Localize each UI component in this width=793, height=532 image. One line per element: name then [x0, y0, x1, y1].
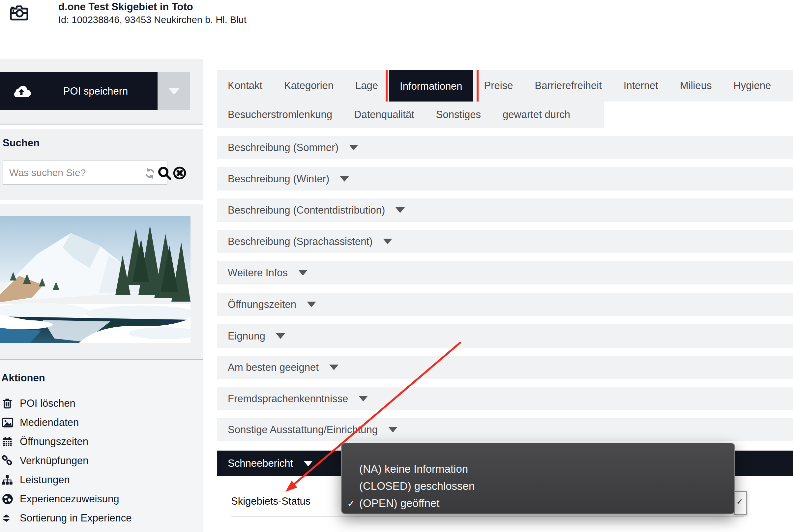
chevron-down-icon [383, 239, 392, 244]
action-label: Verknüpfungen [20, 455, 89, 467]
accordion-am-besten-geeignet[interactable]: Am besten geeignet [217, 356, 793, 379]
option-open-geoeffnet[interactable]: ✓ (OPEN) geöffnet [342, 495, 734, 512]
chevron-down-icon [307, 302, 316, 307]
image-icon [1, 416, 16, 429]
search-submit-icon[interactable] [157, 166, 172, 182]
tab-milieus[interactable]: Milieus [669, 70, 722, 101]
save-poi-label: POI speichern [53, 86, 138, 97]
accordion-label: Beschreibung (Winter) [228, 173, 329, 185]
accordion-beschreibung-winter[interactable]: Beschreibung (Winter) [217, 167, 793, 191]
sitemap-icon [1, 474, 16, 486]
poi-photo [0, 216, 191, 343]
skigebiets-status-select[interactable]: ✓ [734, 491, 747, 515]
chevron-down-icon [340, 176, 349, 182]
tab-gewartet-durch[interactable]: gewartet durch [492, 101, 581, 128]
accordion-eignung[interactable]: Eignung [217, 324, 793, 348]
action-verknuepfungen[interactable]: Verknüpfungen [1, 451, 132, 470]
search-input[interactable] [3, 160, 168, 185]
option-na-keine-information[interactable]: (NA) keine Information [342, 460, 734, 478]
tab-informationen[interactable]: Informationen [389, 70, 473, 101]
tab-informationen-label: Informationen [400, 80, 462, 92]
save-options-dropdown-button[interactable] [157, 72, 190, 110]
option-label: (OPEN) geöffnet [359, 497, 439, 510]
chevron-down-icon [388, 427, 398, 433]
skigebiets-status-dropdown-menu: (NA) keine Information (CLOSED) geschlos… [341, 443, 735, 514]
link-icon [1, 455, 16, 467]
accordion-beschreibung-sprachassistent[interactable]: Beschreibung (Sprachassistent) [217, 230, 793, 253]
actions-list: POI löschen Mediendaten [1, 394, 132, 528]
actions-section: Aktionen POI löschen Mediendaten [0, 360, 204, 532]
option-label: (CLOSED) geschlossen [359, 480, 475, 492]
tab-sonstiges[interactable]: Sonstiges [425, 101, 492, 128]
tab-kategorien[interactable]: Kategorien [273, 70, 344, 101]
camera-icon [8, 3, 30, 21]
action-label: Experiencezuweisung [20, 493, 119, 505]
page-title: d.one Test Skigebiet in Toto [58, 1, 247, 13]
action-label: Mediendaten [20, 417, 79, 429]
tab-lage[interactable]: Lage [344, 70, 389, 101]
tab-datenqualitaet[interactable]: Datenqualität [343, 101, 425, 128]
tab-kontakt[interactable]: Kontakt [217, 70, 273, 101]
action-label: POI löschen [20, 398, 76, 410]
tab-barrierefreiheit[interactable]: Barrierefreiheit [524, 70, 612, 101]
refresh-icon[interactable] [144, 168, 156, 180]
option-closed-geschlossen[interactable]: (CLOSED) geschlossen [342, 478, 734, 495]
accordion-label: Schneebericht [228, 457, 293, 469]
option-label: (NA) keine Information [359, 463, 468, 475]
chevron-down-icon [359, 396, 368, 401]
calendar-icon [1, 435, 16, 448]
action-label: Leistungen [20, 474, 70, 486]
accordion-weitere-infos[interactable]: Weitere Infos [217, 261, 793, 284]
accordion-beschreibung-sommer[interactable]: Beschreibung (Sommer) [217, 136, 793, 159]
accordion-sonstige-ausstattung[interactable]: Sonstige Ausstattung/Einrichtung [217, 418, 793, 441]
action-oeffnungszeiten[interactable]: Öffnungszeiten [1, 432, 132, 451]
search-section: Suchen [0, 129, 204, 201]
check-icon: ✓ [347, 495, 355, 512]
action-label: Sortierung in Experience [20, 512, 132, 524]
accordion-label: Beschreibung (Contentdistribution) [228, 204, 385, 216]
accordion-label: Beschreibung (Sommer) [228, 142, 339, 154]
tab-hygiene[interactable]: Hygiene [722, 70, 782, 101]
action-leistungen[interactable]: Leistungen [1, 470, 132, 490]
action-sortierung-in-experience[interactable]: Sortierung in Experience [1, 509, 132, 528]
chevron-down-icon [276, 333, 285, 339]
cloud-upload-icon [12, 83, 31, 98]
tab-preise[interactable]: Preise [473, 70, 524, 101]
tab-internet[interactable]: Internet [613, 70, 669, 101]
tab-bar-row1: Kontakt Kategorien Lage Informationen Pr… [217, 70, 793, 101]
poi-photo-section [0, 204, 204, 360]
accordion-label: Weitere Infos [228, 267, 288, 279]
accordion-label: Öffnungszeiten [228, 299, 296, 310]
accordion-beschreibung-contentdistribution[interactable]: Beschreibung (Contentdistribution) [217, 198, 793, 222]
chevron-down-icon [298, 270, 308, 276]
accordion-label: Fremdsprachenkenntnisse [228, 393, 348, 405]
field-divider [231, 516, 744, 517]
accordion-label: Sonstige Ausstattung/Einrichtung [228, 424, 378, 436]
sort-icon [1, 512, 16, 525]
globe-icon [1, 493, 16, 505]
action-mediendaten[interactable]: Mediendaten [1, 413, 132, 432]
actions-heading: Aktionen [1, 372, 45, 384]
chevron-down-icon [395, 207, 405, 213]
clear-search-icon[interactable] [173, 166, 187, 181]
chevron-down-icon [168, 88, 180, 95]
save-section: POI speichern [0, 59, 204, 125]
accordion-fremdsprachenkenntnisse[interactable]: Fremdsprachenkenntnisse [217, 387, 793, 411]
tab-bar-row2: Besucherstromlenkung Datenqualität Sonst… [217, 101, 604, 128]
trash-icon [1, 397, 16, 410]
accordion-label: Am besten geeignet [228, 362, 319, 374]
chevron-down-icon [349, 145, 358, 150]
page-subtitle: Id: 100238846, 93453 Neukirchen b. Hl. B… [58, 14, 247, 26]
accordion-label: Eignung [228, 330, 265, 342]
skigebiets-status-label: Skigebiets-Status [231, 495, 310, 507]
chevron-down-icon [329, 364, 339, 370]
action-poi-loeschen[interactable]: POI löschen [1, 394, 132, 413]
tab-besucherstromlenkung[interactable]: Besucherstromlenkung [217, 101, 343, 128]
accordion-oeffnungszeiten[interactable]: Öffnungszeiten [217, 293, 793, 316]
save-poi-button[interactable]: POI speichern [0, 72, 157, 110]
action-experiencezuweisung[interactable]: Experiencezuweisung [1, 490, 132, 509]
chevron-down-icon [304, 461, 313, 467]
accordion-label: Beschreibung (Sprachassistent) [228, 236, 372, 248]
action-label: Öffnungszeiten [20, 436, 88, 448]
search-heading: Suchen [3, 137, 40, 149]
